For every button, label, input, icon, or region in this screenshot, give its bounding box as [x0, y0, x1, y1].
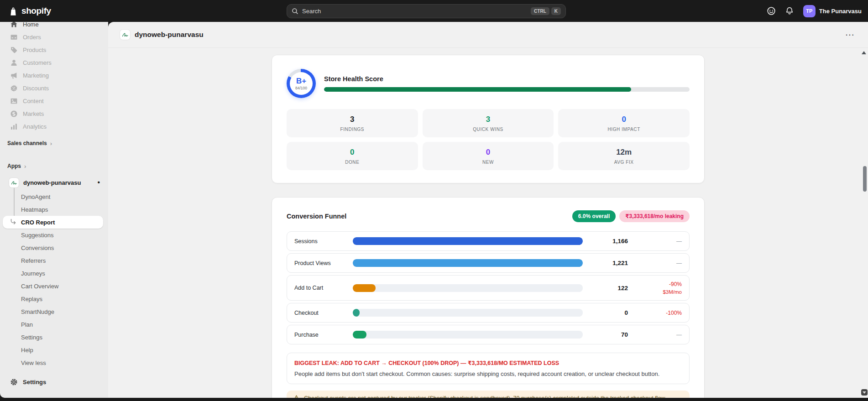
sidebar-item-orders[interactable]: Orders [0, 31, 108, 43]
sidebar-subitem-suggestions[interactable]: Suggestions [3, 229, 103, 241]
health-stat-avg-fix: 12m AVG FIX [558, 142, 690, 170]
sidebar-subitem-cart-overview[interactable]: Cart Overview [3, 280, 103, 292]
funnel-stage-label: Add to Cart [294, 285, 353, 291]
funnel-row-product-views: Product Views 1,221 — [287, 253, 690, 273]
apps-label: Apps [7, 163, 21, 169]
sidebar-item-home[interactable]: Home [0, 22, 108, 31]
funnel-stage-change: -90% [631, 281, 682, 287]
health-progress-fill [324, 87, 631, 92]
health-stat-high-impact: 0 HIGH IMPACT [558, 109, 690, 137]
sidebar-subitem-plan[interactable]: Plan [3, 318, 103, 331]
sidebar-item-analytics[interactable]: Analytics [0, 120, 108, 133]
avatar: TP [803, 5, 816, 17]
sidebar-main-nav: Home Orders Products Customers Marketing… [0, 22, 108, 133]
sidebar-subitem-referrers[interactable]: Referrers [3, 254, 103, 267]
products-icon [10, 46, 18, 54]
sidebar-subitem-dynoagent[interactable]: DynoAgent [3, 190, 103, 203]
funnel-stage-value: 0 [583, 309, 631, 316]
funnel-bar-fill [353, 237, 583, 245]
search-shortcut: CTRL K [531, 7, 561, 15]
funnel-stage-value: 122 [583, 285, 631, 292]
funnel-bar-fill [353, 284, 376, 292]
funnel-rows: Sessions 1,166 — Product Views 1,221 — A… [287, 231, 690, 344]
funnel-bar-track [353, 284, 583, 292]
page-header: dynoweb-punarvasu ⋯ [108, 22, 868, 48]
funnel-bar-track [353, 237, 583, 245]
sidebar-item-discounts[interactable]: Discounts [0, 82, 108, 94]
health-stat-new: 0 NEW [423, 142, 554, 170]
checkout-warning-banner: Checkout events are not captured by our … [287, 391, 690, 398]
leak-title: BIGGEST LEAK: ADD TO CART → CHECKOUT (10… [294, 359, 682, 366]
funnel-bar-track [353, 331, 583, 339]
funnel-stage-value: 1,221 [583, 260, 631, 266]
sidebar-item-settings[interactable]: Settings [0, 372, 108, 398]
app-frame: Home Orders Products Customers Marketing… [0, 22, 868, 398]
funnel-row-add-to-cart: Add to Cart 122 -90% $3M/mo [287, 275, 690, 301]
funnel-bar-track [353, 259, 583, 267]
search-icon [292, 8, 298, 15]
app-logo-icon [120, 30, 130, 40]
sidebar-subitem-help[interactable]: Help [3, 344, 103, 356]
health-score: 84/100 [295, 86, 307, 90]
scrollbar-thumb[interactable] [863, 166, 867, 192]
app-logo-icon [9, 178, 19, 187]
funnel-stage-change: — [631, 332, 682, 338]
marketing-icon [10, 72, 18, 79]
main-content: dynoweb-punarvasu ⋯ B+ 84/100 Store Heal… [108, 22, 868, 398]
sidebar-section-sales-channels[interactable]: Sales channels › [0, 136, 108, 150]
chevron-right-icon: › [24, 163, 26, 170]
sidebar-item-markets[interactable]: Markets [0, 107, 108, 120]
health-title: Store Health Score [324, 75, 690, 83]
funnel-stage-value: 70 [583, 331, 631, 338]
store-health-card: B+ 84/100 Store Health Score 3 FINDINGS … [272, 55, 705, 183]
sidebar-item-customers[interactable]: Customers [0, 56, 108, 69]
app-name: dynoweb-punarvasu [23, 179, 81, 186]
sidekick-icon[interactable] [767, 6, 776, 16]
sidebar-subitem-conversions[interactable]: Conversions [3, 241, 103, 254]
sidebar-subitem-cro-report[interactable]: CRO Report [3, 216, 103, 229]
settings-label: Settings [23, 379, 46, 385]
funnel-stage-label: Sessions [294, 238, 353, 245]
funnel-bar-fill [353, 309, 360, 317]
user-menu[interactable]: TP The Punarvasu [803, 5, 862, 17]
sidebar-subitem-settings[interactable]: Settings [3, 331, 103, 344]
funnel-row-purchase: Purchase 70 — [287, 325, 690, 344]
sidebar-subitem-view-less[interactable]: View less [3, 356, 103, 369]
leak-amount-badge: ₹3,333,618/mo leaking [619, 210, 690, 222]
sidebar-item-marketing[interactable]: Marketing [0, 69, 108, 82]
sidebar-subitem-heatmaps[interactable]: Heatmaps [3, 203, 103, 216]
health-stat-findings: 3 FINDINGS [287, 109, 418, 137]
brand-wordmark: shopify [21, 6, 51, 16]
orders-icon [10, 33, 18, 41]
sidebar-item-products[interactable]: Products [0, 43, 108, 56]
sidebar-subitem-journeys[interactable]: Journeys [3, 267, 103, 280]
health-stat-quick-wins: 3 QUICK WINS [423, 109, 554, 137]
sidebar-nav: Home Orders Products Customers Marketing… [0, 22, 108, 372]
shopify-logo[interactable]: shopify [8, 6, 51, 16]
sidebar-app-dynoweb[interactable]: dynoweb-punarvasu • [0, 176, 108, 189]
chevron-right-icon: › [50, 140, 52, 147]
k-key: K [551, 7, 561, 15]
funnel-stage-label: Checkout [294, 310, 353, 316]
notifications-bell-icon[interactable] [785, 6, 794, 16]
warning-text: Checkout events are not captured by our … [304, 395, 666, 398]
funnel-stage-label: Product Views [294, 260, 353, 266]
content-area: B+ 84/100 Store Health Score 3 FINDINGS … [108, 48, 868, 398]
sidebar-item-content[interactable]: Content [0, 94, 108, 107]
overall-conversion-badge: 6.0% overall [572, 210, 616, 222]
scrollbar-up-arrow[interactable] [862, 51, 866, 54]
funnel-row-checkout: Checkout 0 -100% [287, 303, 690, 323]
content-icon [10, 97, 18, 105]
scrollbar-down-arrow[interactable] [861, 389, 868, 396]
sidebar-app-subnav: DynoAgent Heatmaps CRO Report Suggestion… [0, 190, 108, 369]
markets-icon [10, 110, 18, 118]
funnel-stage-value: 1,166 [583, 238, 631, 245]
sidebar-subitem-smartnudge[interactable]: SmartNudge [3, 305, 103, 318]
funnel-bar-fill [353, 259, 583, 267]
search-placeholder: Search [302, 8, 321, 15]
search-input[interactable]: Search CTRL K [287, 4, 566, 18]
topbar: shopify Search CTRL K TP The Punarvasu [0, 0, 868, 22]
sidebar-subitem-replays[interactable]: Replays [3, 292, 103, 305]
sidebar-section-apps[interactable]: Apps › [0, 159, 108, 173]
score-ring: B+ 84/100 [287, 69, 316, 98]
